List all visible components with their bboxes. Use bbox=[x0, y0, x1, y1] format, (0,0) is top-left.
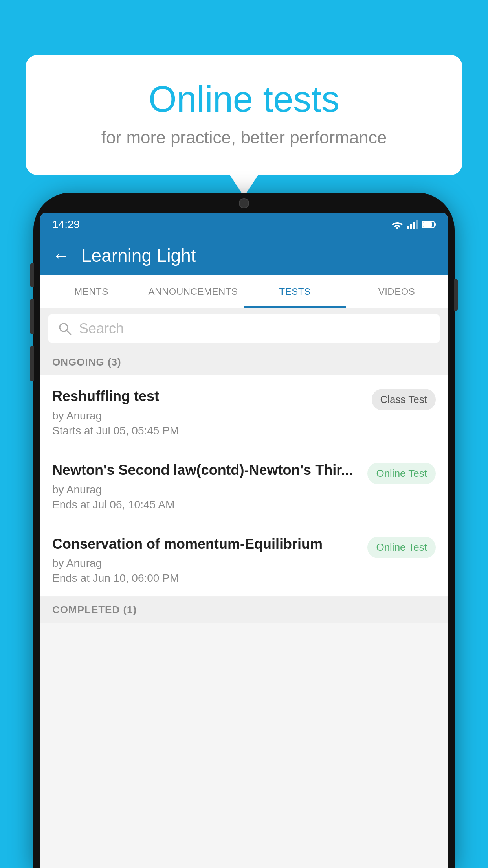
app-toolbar: ← Learning Light bbox=[40, 236, 448, 275]
toolbar-title: Learning Light bbox=[81, 245, 196, 266]
tab-tests[interactable]: TESTS bbox=[244, 275, 346, 308]
svg-rect-4 bbox=[416, 220, 418, 229]
search-icon bbox=[58, 322, 72, 336]
test-item-title: Reshuffling test bbox=[52, 387, 364, 406]
signal-icon bbox=[407, 220, 418, 229]
tabs-bar: MENTS ANNOUNCEMENTS TESTS VIDEOS bbox=[40, 275, 448, 308]
status-icons bbox=[391, 220, 436, 229]
test-item-date: Starts at Jul 05, 05:45 PM bbox=[52, 425, 364, 437]
test-item[interactable]: Conservation of momentum-Equilibrium by … bbox=[40, 523, 448, 597]
back-button[interactable]: ← bbox=[52, 246, 70, 265]
tab-videos[interactable]: VIDEOS bbox=[346, 275, 448, 308]
front-camera bbox=[239, 198, 249, 208]
test-item[interactable]: Reshuffling test by Anurag Starts at Jul… bbox=[40, 375, 448, 449]
search-placeholder: Search bbox=[79, 320, 124, 337]
ongoing-section-header: ONGOING (3) bbox=[40, 349, 448, 375]
test-item-info: Reshuffling test by Anurag Starts at Jul… bbox=[52, 387, 372, 437]
search-container: Search bbox=[40, 308, 448, 349]
bubble-subtitle: for more practice, better performance bbox=[57, 128, 431, 147]
mute-button bbox=[30, 263, 34, 287]
test-item-date: Ends at Jul 06, 10:45 AM bbox=[52, 498, 360, 511]
svg-rect-6 bbox=[423, 222, 432, 227]
bubble-title: Online tests bbox=[57, 79, 431, 120]
svg-point-0 bbox=[396, 227, 398, 229]
wifi-icon bbox=[391, 220, 404, 229]
tab-announcements[interactable]: ANNOUNCEMENTS bbox=[142, 275, 244, 308]
phone-frame: 14:29 bbox=[33, 193, 455, 868]
status-bar: 14:29 bbox=[40, 213, 448, 236]
volume-up-button bbox=[30, 299, 34, 334]
tab-ments[interactable]: MENTS bbox=[40, 275, 142, 308]
test-item-by: by Anurag bbox=[52, 557, 360, 570]
completed-section-header: COMPLETED (1) bbox=[40, 597, 448, 623]
test-item-title: Newton's Second law(contd)-Newton's Thir… bbox=[52, 461, 360, 480]
status-time: 14:29 bbox=[52, 218, 80, 231]
phone-screen: 14:29 bbox=[40, 213, 448, 868]
svg-rect-1 bbox=[407, 226, 409, 229]
test-item[interactable]: Newton's Second law(contd)-Newton's Thir… bbox=[40, 449, 448, 523]
test-item-by: by Anurag bbox=[52, 410, 364, 422]
test-item-date: Ends at Jun 10, 06:00 PM bbox=[52, 572, 360, 585]
battery-icon bbox=[422, 221, 436, 228]
test-badge-online: Online Test bbox=[367, 537, 436, 558]
speech-bubble: Online tests for more practice, better p… bbox=[26, 55, 462, 175]
phone-notch bbox=[205, 193, 283, 213]
test-badge-class: Class Test bbox=[372, 389, 436, 410]
test-list: Reshuffling test by Anurag Starts at Jul… bbox=[40, 375, 448, 597]
svg-rect-7 bbox=[434, 223, 436, 226]
test-badge-online: Online Test bbox=[367, 463, 436, 484]
test-item-info: Newton's Second law(contd)-Newton's Thir… bbox=[52, 461, 367, 511]
svg-rect-3 bbox=[413, 222, 415, 229]
volume-down-button bbox=[30, 346, 34, 381]
svg-line-9 bbox=[67, 331, 71, 335]
test-item-info: Conservation of momentum-Equilibrium by … bbox=[52, 535, 367, 585]
svg-rect-2 bbox=[410, 224, 412, 229]
power-button bbox=[454, 279, 458, 311]
search-bar[interactable]: Search bbox=[48, 314, 440, 343]
test-item-by: by Anurag bbox=[52, 484, 360, 496]
test-item-title: Conservation of momentum-Equilibrium bbox=[52, 535, 360, 554]
